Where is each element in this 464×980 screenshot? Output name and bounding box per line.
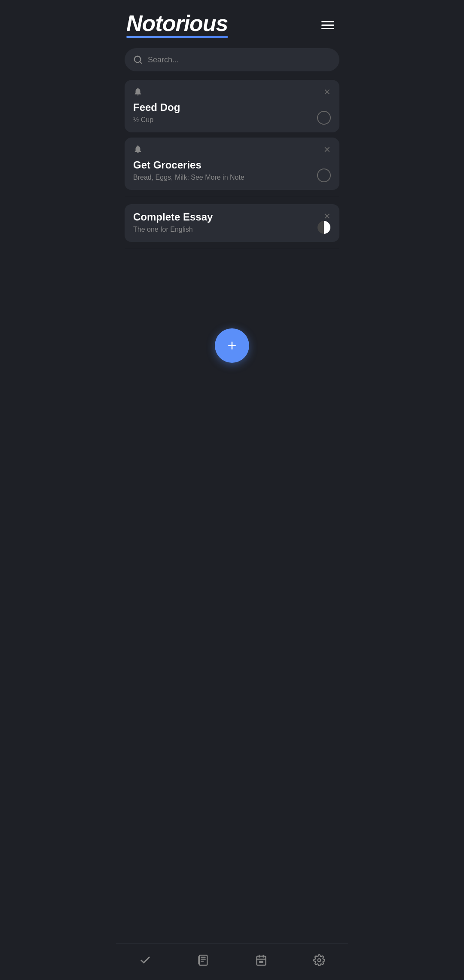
- task-card-complete-essay: Complete Essay The one for English ✕: [125, 204, 339, 242]
- search-input[interactable]: [148, 55, 331, 64]
- divider-2: [125, 249, 339, 249]
- plus-icon: +: [227, 338, 236, 353]
- svg-rect-12: [259, 961, 263, 963]
- task-close-1[interactable]: ✕: [324, 88, 331, 96]
- nav-item-tasks[interactable]: [131, 951, 160, 970]
- calendar-icon: [255, 954, 267, 966]
- menu-line-1: [321, 21, 334, 22]
- task-subtitle-3: The one for English: [133, 226, 331, 233]
- spacer: [116, 251, 348, 303]
- checkmark-icon: [139, 954, 151, 966]
- add-task-button[interactable]: +: [215, 328, 249, 363]
- nav-item-notes[interactable]: [189, 951, 218, 970]
- task-close-2[interactable]: ✕: [324, 145, 331, 154]
- task-title-2: Get Groceries: [133, 159, 331, 171]
- divider-1: [125, 197, 339, 197]
- search-box: [125, 48, 339, 71]
- task-checkbox-half-3[interactable]: [317, 220, 331, 234]
- task-close-3[interactable]: ✕: [324, 212, 331, 220]
- svg-rect-3: [199, 955, 207, 965]
- bottom-nav: [116, 943, 348, 980]
- menu-button[interactable]: [318, 18, 338, 33]
- nav-item-settings[interactable]: [305, 951, 334, 970]
- header: Notorious: [116, 0, 348, 45]
- svg-line-1: [140, 61, 141, 63]
- nav-item-calendar[interactable]: [247, 951, 276, 970]
- menu-line-2: [321, 24, 334, 26]
- task-title-3: Complete Essay: [133, 211, 331, 223]
- task-checkbox-1[interactable]: [317, 111, 331, 125]
- app-title-container: Notorious: [126, 12, 228, 38]
- bell-icon-2: [133, 144, 331, 156]
- task-title-1: Feed Dog: [133, 101, 331, 113]
- search-container: [125, 48, 339, 71]
- task-checkbox-2[interactable]: [317, 168, 331, 182]
- svg-point-13: [317, 959, 321, 962]
- task-card-feed-dog: Feed Dog ½ Cup ✕: [125, 80, 339, 132]
- app-title: Notorious: [126, 12, 228, 38]
- task-subtitle-1: ½ Cup: [133, 116, 331, 124]
- gear-icon: [313, 954, 325, 966]
- svg-rect-7: [198, 956, 200, 965]
- bell-icon-1: [133, 87, 331, 98]
- search-icon: [133, 55, 143, 64]
- task-subtitle-2: Bread, Eggs, Milk; See More in Note: [133, 174, 331, 181]
- menu-line-3: [321, 28, 334, 29]
- notebook-icon: [197, 954, 209, 966]
- task-card-get-groceries: Get Groceries Bread, Eggs, Milk; See Mor…: [125, 138, 339, 190]
- tasks-list: Feed Dog ½ Cup ✕ Get Groceries Bread, Eg…: [116, 80, 348, 251]
- fab-container: +: [116, 303, 348, 380]
